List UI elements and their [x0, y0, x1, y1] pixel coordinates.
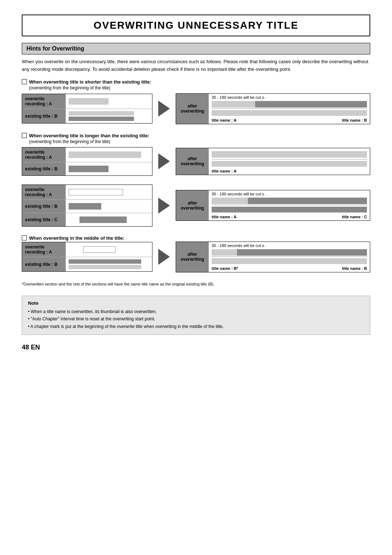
scenario1-bar-a [66, 94, 152, 109]
scenario1-cut-note: 30 - 180 seconds will be cut o . [209, 94, 370, 100]
intro-text: When you overwrite on the unnecessary ti… [22, 58, 370, 73]
scenario2-left: overwrite recording : A existing title :… [22, 147, 152, 176]
scenario1-title-a: title name : A [212, 118, 237, 122]
scenario4-left: overwrite recording : A existing title :… [22, 242, 152, 272]
scenario4-footnote: *Overwritten section and the rest of the… [22, 281, 370, 287]
scenario4-title: When overwriting in the middle of the ti… [22, 235, 370, 241]
scenario1-label-b: existing title : B [22, 109, 66, 123]
note-item-2: • "Auto Chapter" interval time is reset … [28, 315, 364, 323]
scenario3-bar-a [66, 185, 152, 199]
scenario2-right: after overwriting title name : A [176, 148, 370, 175]
scenario3-right: after overwriting 30 - 180 seconds will … [176, 190, 370, 221]
scenario1-right: after overwriting 30 - 180 seconds will … [176, 93, 370, 124]
scenario1-title-labels: title name : A title name : B [209, 117, 370, 124]
scenario1-label-a: overwrite recording : A [22, 94, 66, 109]
scenario1-diagram: overwrite recording : A existing title :… [22, 93, 370, 124]
scenario4-title-b: title name : B [342, 266, 367, 271]
scenario1-title: When overwriting title is shorter than t… [22, 79, 370, 85]
scenario4-cut-note: 30 - 180 seconds will be cut o . [209, 242, 370, 248]
scenario2-bar-b [66, 162, 152, 175]
scenario4-label-b: existing title : B [22, 257, 66, 271]
scenario3-title-c: title name : C [342, 215, 367, 219]
scenario3-label-c: existing title : C [22, 213, 66, 226]
scenario1-subtitle: (overwriting from the beginning of the t… [29, 85, 370, 90]
page-number: 48 EN [22, 344, 370, 351]
scenario2-arrow [158, 153, 170, 169]
note-item-1: • When a title name is overwritten, its … [28, 308, 364, 315]
scenario2-label-b: existing title : B [22, 162, 66, 175]
scenario1-title-b: title name : B [342, 118, 367, 122]
scenario4-title-labels: title name : B* title name : B [209, 266, 370, 272]
scenario4-diagram: overwrite recording : A existing title :… [22, 242, 370, 272]
scenario4-title-b-star: title name : B* [212, 266, 238, 271]
note-title: Note [28, 300, 364, 306]
note-items: • When a title name is overwritten, its … [28, 308, 364, 330]
note-item-3: • A chapter mark is put at the beginning… [28, 323, 364, 330]
scenario1-block: When overwriting title is shorter than t… [22, 79, 370, 124]
scenario2-subtitle: (overwriting from the beginning of the t… [29, 139, 370, 144]
scenario2-diagram: overwrite recording : A existing title :… [22, 147, 370, 176]
scenario3-after-label: after overwriting [176, 190, 209, 220]
scenario1-right-visual: 30 - 180 seconds will be cut o . title n… [209, 94, 370, 124]
scenario3-block: overwrite recording : A existing title :… [22, 185, 370, 227]
checkbox-icon-2 [22, 133, 27, 138]
arrow-icon-2 [158, 153, 170, 169]
scenario3-arrow [158, 198, 170, 214]
scenario4-arrow [158, 249, 170, 265]
scenario4-label-a: overwrite recording : A [22, 242, 66, 257]
scenario4-after-label: after overwriting [176, 242, 209, 272]
scenario4-bar-a [66, 242, 152, 257]
scenario4-block: When overwriting in the middle of the ti… [22, 235, 370, 287]
scenario4-right-visual: 30 - 180 seconds will be cut o . title n… [209, 242, 370, 272]
arrow-icon-3 [158, 198, 170, 214]
scenario3-title-a: title name : A [212, 215, 237, 219]
scenario4-right: after overwriting 30 - 180 seconds will … [176, 242, 370, 272]
checkbox-icon-4 [22, 235, 27, 240]
section-header: Hints for Overwriting [22, 43, 370, 54]
scenario3-title-labels: title name : A title name : C [209, 214, 370, 220]
scenario2-title: When overwriting title is longer than th… [22, 133, 370, 138]
scenario1-left: overwrite recording : A existing title :… [22, 94, 152, 123]
scenario3-left: overwrite recording : A existing title :… [22, 185, 152, 227]
scenario1-arrow [158, 101, 170, 117]
scenario3-right-visual: 30 - 180 seconds will be cut o . title n… [209, 190, 370, 220]
scenario2-bar-a [66, 147, 152, 162]
scenario2-after-label: after overwriting [176, 148, 209, 175]
scenario2-label-a: overwrite recording : A [22, 147, 66, 162]
arrow-icon-1 [158, 101, 170, 117]
scenario4-bar-b [66, 257, 152, 271]
scenario1-bar-b [66, 109, 152, 123]
scenario2-title-a: title name : A [212, 169, 237, 173]
scenario3-bar-b [66, 200, 152, 213]
page-title: OVERWRITING UNNECESSARY TITLE [22, 15, 370, 36]
scenario2-title-labels: title name : A [209, 168, 370, 175]
scenario3-label-b: existing title : B [22, 200, 66, 213]
scenario2-block: When overwriting title is longer than th… [22, 133, 370, 176]
scenario2-right-visual: title name : A [209, 148, 370, 175]
scenario1-after-label: after overwriting [176, 94, 209, 124]
scenario3-label-a: overwrite recording : A [22, 185, 66, 199]
scenario3-bar-c [66, 213, 152, 226]
scenario3-diagram: overwrite recording : A existing title :… [22, 185, 370, 227]
checkbox-icon-1 [22, 79, 27, 84]
note-box: Note • When a title name is overwritten,… [22, 296, 370, 335]
scenario3-cut-note: 30 - 180 seconds will be cut o . [209, 190, 370, 197]
arrow-icon-4 [158, 249, 170, 265]
